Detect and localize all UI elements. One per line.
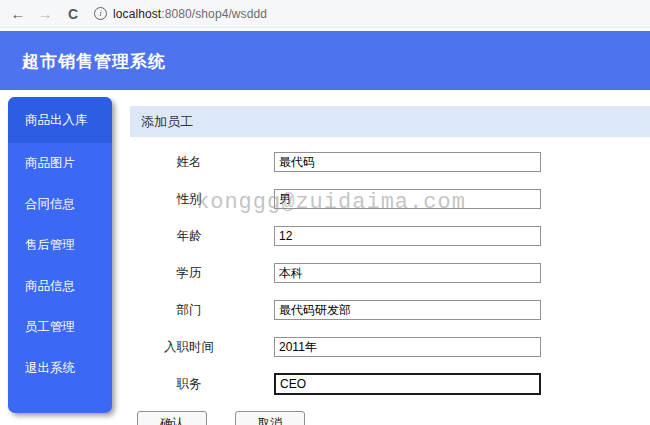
position-field[interactable]: [274, 373, 541, 395]
name-label: 姓名: [150, 152, 228, 173]
sidebar-item-goods-inout[interactable]: 商品出入库: [8, 97, 112, 143]
form-row-name: 姓名: [150, 152, 545, 173]
name-field[interactable]: [274, 152, 541, 172]
section-title: 添加员工: [141, 113, 193, 131]
form-row-gender: 性别: [150, 189, 545, 210]
back-icon[interactable]: ←: [9, 6, 27, 21]
education-label: 学历: [150, 263, 228, 284]
url-host: localhost: [113, 7, 161, 21]
form-row-education: 学历: [150, 263, 545, 284]
department-label: 部门: [150, 300, 228, 321]
position-label: 职务: [150, 374, 228, 395]
sidebar-item-contracts[interactable]: 合同信息: [8, 184, 112, 225]
department-field[interactable]: [274, 300, 541, 320]
app-header: 超市销售管理系统: [0, 31, 650, 90]
gender-label: 性别: [150, 189, 228, 210]
education-field[interactable]: [274, 263, 541, 283]
page: ← → C i localhost:8080/shop4/wsddd 超市销售管…: [0, 0, 650, 425]
browser-toolbar: ← → C i localhost:8080/shop4/wsddd: [0, 0, 650, 28]
form-row-department: 部门: [150, 300, 545, 321]
gender-field[interactable]: [274, 189, 541, 209]
refresh-icon[interactable]: C: [64, 7, 82, 21]
cancel-button[interactable]: 取消: [235, 411, 305, 425]
sidebar-item-employees[interactable]: 员工管理: [8, 307, 112, 348]
hire-date-label: 入职时间: [150, 337, 228, 358]
app-title: 超市销售管理系统: [22, 49, 166, 72]
sidebar: 商品出入库 商品图片 合同信息 售后管理 商品信息 员工管理 退出系统: [8, 97, 112, 413]
sidebar-item-logout[interactable]: 退出系统: [8, 348, 112, 389]
url-path: :8080/shop4/wsddd: [161, 7, 267, 21]
sidebar-item-aftersales[interactable]: 售后管理: [8, 225, 112, 266]
sidebar-item-goods-info[interactable]: 商品信息: [8, 266, 112, 307]
age-label: 年龄: [150, 226, 228, 247]
form-row-position: 职务: [150, 374, 545, 395]
info-icon[interactable]: i: [94, 7, 107, 20]
form-row-hire-date: 入职时间: [150, 337, 545, 358]
forward-icon[interactable]: →: [36, 6, 54, 21]
section-header: 添加员工: [130, 106, 650, 137]
confirm-button[interactable]: 确认: [137, 411, 207, 425]
hire-date-field[interactable]: [274, 337, 541, 357]
form-row-age: 年龄: [150, 226, 545, 247]
address-bar[interactable]: localhost:8080/shop4/wsddd: [113, 7, 267, 21]
age-field[interactable]: [274, 226, 541, 246]
sidebar-item-goods-images[interactable]: 商品图片: [8, 143, 112, 184]
